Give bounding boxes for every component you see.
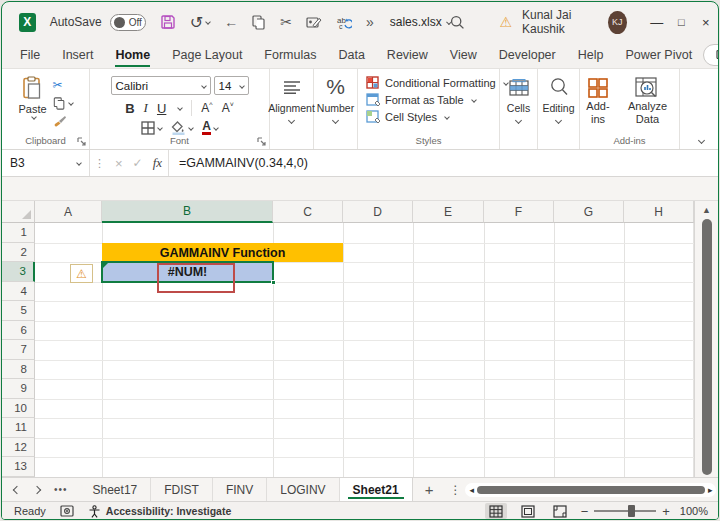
zoom-thumb[interactable] [628,505,635,517]
tab-view[interactable]: View [439,42,488,68]
alert-warning-icon[interactable]: ⚠ [499,14,512,30]
minimize-button[interactable]: — [645,7,669,37]
cut-ribbon-button[interactable]: ✂ [53,78,73,92]
sheet-tab-loginv[interactable]: LOGINV [267,478,339,501]
column-header-a[interactable]: A [35,201,102,223]
zoom-out-icon[interactable]: − [581,504,589,519]
row-header-8[interactable]: 8 [2,360,35,380]
column-header-f[interactable]: F [484,201,554,223]
sheet-list-icon[interactable]: ••• [54,484,68,495]
decrease-font-button[interactable]: A˅ [222,101,234,115]
paste-button[interactable]: Paste [18,76,46,119]
copy-button[interactable] [252,15,266,30]
chevron-down-icon[interactable] [178,105,184,111]
autosave-toggle[interactable]: Off [110,14,146,31]
borders-button[interactable] [141,121,162,135]
row-header-3[interactable]: 3 [2,262,35,282]
name-box[interactable]: B3 [2,150,90,176]
cancel-icon[interactable]: × [115,156,123,171]
row-header-4[interactable]: 4 [2,282,35,302]
cut-button[interactable]: ✂ [280,14,292,30]
tab-file[interactable]: File [9,42,51,68]
editing-group[interactable]: Editing [538,69,580,149]
column-header-h[interactable]: H [624,201,694,223]
macro-record-icon[interactable] [60,505,74,517]
tab-insert[interactable]: Insert [51,42,104,68]
save-button[interactable] [160,14,176,30]
row-header-12[interactable]: 12 [2,438,35,458]
horizontal-scroll-thumb[interactable] [477,486,705,494]
scroll-left-icon[interactable]: ◂ [469,485,474,495]
accessibility-status[interactable]: Accessibility: Investigate [106,505,231,517]
analyze-data-button[interactable]: Analyze Data [616,76,679,126]
column-header-d[interactable]: D [343,201,413,223]
row-header-2[interactable]: 2 [2,243,35,263]
font-color-button[interactable]: A [202,121,218,135]
avatar[interactable]: KJ [608,11,627,34]
row-header-5[interactable]: 5 [2,301,35,321]
tab-developer[interactable]: Developer [488,42,567,68]
close-button[interactable]: × [694,7,718,37]
copy-ribbon-button[interactable] [53,96,73,110]
maximize-button[interactable]: □ [669,7,693,37]
sheet-options-icon[interactable]: ⋮ [445,483,465,497]
font-name-select[interactable]: Calibri [111,76,211,95]
tab-data[interactable]: Data [327,42,375,68]
sheet-tab-fdist[interactable]: FDIST [151,478,213,501]
tab-home[interactable]: Home [104,42,161,68]
sheet-tab-finv[interactable]: FINV [213,478,267,501]
sheet-tab-sheet17[interactable]: Sheet17 [80,478,152,501]
enter-icon[interactable]: ✓ [133,156,143,170]
zoom-in-icon[interactable]: + [662,504,670,519]
column-header-c[interactable]: C [273,201,343,223]
scroll-right-icon[interactable]: ▸ [708,485,713,495]
vertical-scrollbar[interactable]: ▲ [694,201,718,477]
sheet-prev-icon[interactable] [13,485,21,493]
row-header-9[interactable]: 9 [2,379,35,399]
row-header-13[interactable]: 13 [2,457,35,477]
bold-button[interactable]: B [125,101,134,116]
tab-page-layout[interactable]: Page Layout [161,42,253,68]
page-break-view-button[interactable] [549,503,571,519]
translate-button[interactable]: abc [336,15,352,30]
formula-input[interactable]: =GAMMAINV(0.34,4,0) [169,156,308,170]
document-title[interactable]: sales.xlsx [390,15,442,29]
new-sheet-button[interactable]: + [413,481,446,498]
cell-b2-title[interactable]: GAMMAINV Function [102,243,343,262]
cells-group[interactable]: Cells [500,69,538,149]
spreadsheet-grid[interactable]: A B C D E F G H 12345678910111213 GAMMAI… [2,201,694,477]
column-header-g[interactable]: G [554,201,624,223]
tab-help[interactable]: Help [567,42,615,68]
font-size-select[interactable]: 14 [214,76,249,95]
sheet-next-icon[interactable] [33,485,41,493]
select-all-corner[interactable] [2,201,35,223]
alignment-group[interactable]: Alignment [270,69,314,149]
underline-button[interactable]: U [157,101,166,116]
accessibility-icon[interactable] [88,505,101,518]
row-header-10[interactable]: 10 [2,399,35,419]
increase-font-button[interactable]: A^ [201,101,212,115]
zoom-slider[interactable]: − + [581,504,670,519]
scroll-up-icon[interactable]: ▲ [702,205,711,215]
italic-button[interactable]: I [144,100,148,116]
column-header-b[interactable]: B [102,201,273,223]
number-group[interactable]: % Number [314,69,358,149]
add-ins-button[interactable]: Add-ins [580,76,616,126]
zoom-level[interactable]: 100% [680,505,708,517]
row-header-6[interactable]: 6 [2,321,35,341]
collapse-ribbon-chevron-icon[interactable] [698,137,705,144]
horizontal-scrollbar[interactable]: ◂ ▸ [465,483,716,497]
normal-view-button[interactable] [485,503,507,519]
column-header-e[interactable]: E [413,201,484,223]
font-dialog-launcher[interactable] [257,137,266,146]
fill-handle[interactable] [271,280,276,285]
row-header-7[interactable]: 7 [2,340,35,360]
sheet-tab-sheet21[interactable]: Sheet21 [340,478,413,501]
comments-button[interactable]: Comments [703,44,719,66]
row-header-1[interactable]: 1 [2,223,35,243]
tab-power-pivot[interactable]: Power Pivot [614,42,703,68]
qat-overflow-button[interactable]: » [366,14,374,30]
conditional-formatting-button[interactable]: Conditional Formatting [366,74,508,91]
user-name[interactable]: Kunal Jai Kaushik [522,8,600,36]
insert-function-icon[interactable]: fx [153,155,162,171]
